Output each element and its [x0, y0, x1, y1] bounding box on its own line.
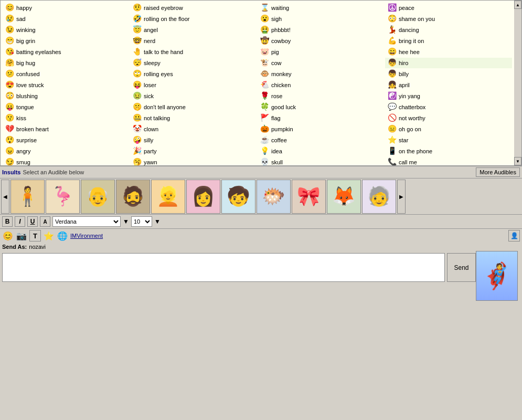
emoji-item[interactable]: 💃dancing — [385, 25, 512, 35]
emoji-item[interactable]: 💬chatterbox — [385, 102, 512, 112]
emoji-item[interactable]: 🍀good luck — [258, 102, 385, 112]
emoji-item[interactable]: 💔broken heart — [3, 124, 130, 134]
emoji-label: not talking — [144, 115, 170, 121]
emoji-item[interactable]: 🤣rolling on the floor — [130, 14, 257, 24]
underline-button[interactable]: U — [27, 216, 38, 227]
emoji-item[interactable]: 🤓nerd — [130, 36, 257, 46]
emoji-item[interactable]: 😲surprise — [3, 135, 130, 145]
emoji-item[interactable]: 🤠cowboy — [258, 36, 385, 46]
emoji-label: waiting — [271, 5, 289, 11]
emoji-item[interactable]: 🤚talk to the hand — [130, 47, 257, 57]
bold-button[interactable]: B — [2, 216, 13, 227]
emoji-item[interactable]: 😄hee hee — [385, 47, 512, 57]
emoji-item[interactable]: 💪bring it on — [385, 36, 512, 46]
emoji-icon: 🐮 — [260, 58, 269, 68]
emoji-item[interactable]: 😛tongue — [3, 102, 130, 112]
emoji-item[interactable]: 🤮phbbbt! — [258, 25, 385, 35]
emoji-item[interactable]: 🎉party — [130, 146, 257, 156]
emoji-item[interactable]: 🚫not worthy — [385, 113, 512, 123]
emoji-item[interactable]: 🐮cow — [258, 58, 385, 68]
size-select[interactable]: 891011121416182436 — [131, 216, 152, 227]
emoji-item[interactable]: 😍love struck — [3, 80, 130, 90]
emoji-item[interactable]: 🚩flag — [258, 113, 385, 123]
avatar-item[interactable]: 🦊 — [327, 180, 361, 214]
avatar-item[interactable]: 🎀 — [292, 180, 326, 214]
profile-button[interactable]: 👤 — [508, 230, 520, 242]
imvironment-label[interactable]: IMVironment — [70, 233, 103, 239]
italic-button[interactable]: I — [15, 216, 25, 227]
emoji-item[interactable]: 🤡clown — [130, 124, 257, 134]
emoji-item[interactable]: 😁big grin — [3, 36, 130, 46]
emoji-item[interactable]: 😇angel — [130, 25, 257, 35]
emoji-item[interactable]: 😴sleepy — [130, 58, 257, 68]
emoji-item[interactable]: 📞call me — [385, 157, 512, 166]
emoji-item[interactable]: 🤪silly — [130, 135, 257, 145]
emoji-item[interactable]: ⌛waiting — [258, 3, 385, 13]
emoji-item[interactable]: 😗kiss — [3, 113, 130, 123]
emoji-scrollbar[interactable] — [514, 9, 521, 157]
emoji-item[interactable]: ☮️peace — [385, 3, 512, 13]
avatar-item[interactable]: 👩 — [186, 180, 220, 214]
emoji-item[interactable]: ☯️yin yang — [385, 91, 512, 101]
emoji-item[interactable]: 🐷pig — [258, 47, 385, 57]
avatar-item[interactable]: 👱 — [151, 180, 185, 214]
emoji-item[interactable]: 🐔chicken — [258, 80, 385, 90]
avatars-next-button[interactable]: ▶ — [397, 180, 406, 214]
favorites-button[interactable]: ⭐ — [43, 230, 55, 242]
emoji-item[interactable]: 😉winking — [3, 25, 130, 35]
emoji-item[interactable]: 😘batting eyelashes — [3, 47, 130, 57]
emoji-item[interactable]: ☕coffee — [258, 135, 385, 145]
emoji-item[interactable]: ⭐star — [385, 135, 512, 145]
font-select[interactable]: ArialVerdanaTimes New RomanCourierComic … — [52, 216, 121, 227]
emoji-item[interactable]: 👦billy — [385, 69, 512, 79]
emoji-item[interactable]: 🌹rose — [258, 91, 385, 101]
emoji-item[interactable]: 😮sigh — [258, 14, 385, 24]
emoji-item[interactable]: 😑oh go on — [385, 124, 512, 134]
emoji-icon: 😕 — [5, 69, 14, 79]
emoji-item[interactable]: 😠angry — [3, 146, 130, 156]
text-style-button[interactable]: T — [29, 230, 41, 242]
avatar-item[interactable]: 🧒 — [221, 180, 255, 214]
emoji-item[interactable]: 😏smug — [3, 157, 130, 166]
avatars-prev-button[interactable]: ◀ — [1, 180, 9, 214]
avatar-item[interactable]: 🐡 — [257, 180, 291, 214]
emoji-item[interactable]: 💡idea — [258, 146, 385, 156]
avatar-item[interactable]: 🦩 — [46, 180, 80, 214]
emoji-item[interactable]: 😊happy — [3, 3, 130, 13]
avatar-item[interactable]: 🧔 — [116, 180, 150, 214]
send-button[interactable]: Send — [447, 253, 476, 282]
emoji-item[interactable]: 💀skull — [258, 157, 385, 166]
emoji-item[interactable]: 🤨raised eyebrow — [130, 3, 257, 13]
more-audibles-button[interactable]: More Audibles — [476, 167, 520, 177]
emoji-item[interactable]: 😝loser — [130, 80, 257, 90]
emoji-item[interactable]: 🐵monkey — [258, 69, 385, 79]
message-input[interactable] — [2, 253, 445, 282]
smiley-button[interactable]: 😊 — [2, 230, 14, 242]
emoji-item[interactable]: 😳shame on you — [385, 14, 512, 24]
emoji-item[interactable]: 🥱yawn — [130, 157, 257, 166]
camera-button[interactable]: 📷 — [16, 230, 27, 242]
emoji-item[interactable]: 😳blushing — [3, 91, 130, 101]
emoji-item[interactable]: 🤐not talking — [130, 113, 257, 123]
emoji-item[interactable]: 👧april — [385, 80, 512, 90]
avatar-item[interactable]: 👴 — [81, 180, 115, 214]
emoji-item[interactable]: 👦hiro — [385, 58, 512, 68]
emoji-item[interactable]: 📱on the phone — [385, 146, 512, 156]
avatar-item[interactable]: 🧍 — [10, 180, 45, 214]
emoji-label: peace — [399, 5, 414, 11]
emoji-item[interactable]: 😢sad — [3, 14, 130, 24]
emoji-scroll-down[interactable]: ▼ — [514, 157, 521, 165]
emoji-item[interactable]: 🤗big hug — [3, 58, 130, 68]
globe-button[interactable]: 🌐 — [57, 230, 68, 242]
emoji-grid: 😊happy🤨raised eyebrow⌛waiting☮️peace😢sad… — [1, 1, 514, 166]
emoji-item[interactable]: 🤫don't tell anyone — [130, 102, 257, 112]
emoji-item[interactable]: 🤢sick — [130, 91, 257, 101]
emoji-item[interactable]: 🎃pumpkin — [258, 124, 385, 134]
color-button[interactable]: A — [40, 216, 50, 227]
emoji-scroll-up[interactable]: ▲ — [514, 1, 521, 9]
emoji-item[interactable]: 🙄rolling eyes — [130, 69, 257, 79]
emoji-label: rolling eyes — [144, 71, 173, 77]
emoji-item[interactable]: 😕confused — [3, 69, 130, 79]
avatar-item[interactable]: 🧓 — [362, 180, 396, 214]
emoji-icon: 🚩 — [260, 113, 269, 123]
